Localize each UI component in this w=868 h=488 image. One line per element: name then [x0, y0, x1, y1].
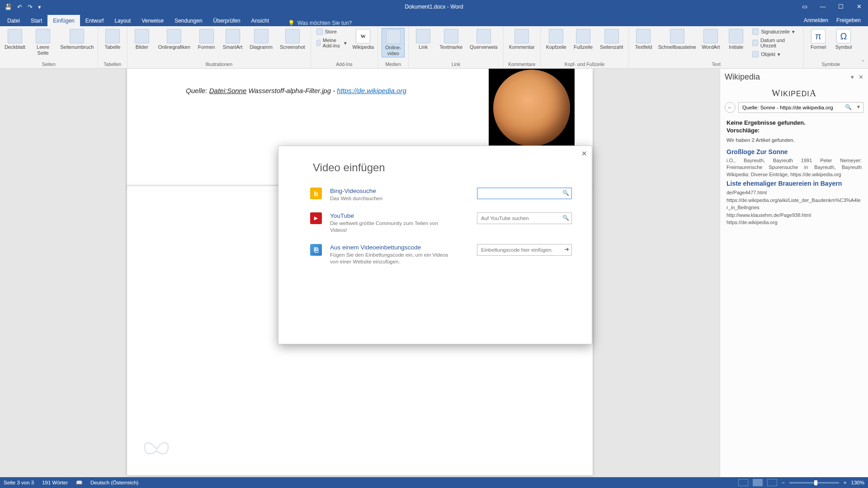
embed-icon: ⎘: [310, 244, 322, 256]
result-title[interactable]: Liste ehemaliger Brauereien in Bayern: [726, 180, 862, 187]
search-icon[interactable]: 🔍: [562, 190, 569, 196]
result-title[interactable]: Großloge Zur Sonne: [726, 148, 862, 155]
symbol-icon: Ω: [836, 29, 851, 43]
group-kopf-fusszeile: Kopfzeile Fußzeile Seitenzahl Kopf- und …: [541, 26, 629, 68]
textmarke-button[interactable]: Textmarke: [438, 28, 464, 51]
insert-video-dialog: ✕ Video einfügen b Bing-Videosuche Das W…: [278, 145, 592, 344]
embed-code-input[interactable]: [477, 244, 572, 256]
result-item[interactable]: Großloge Zur Sonne i.O., Bayreuth, Bayre…: [726, 148, 862, 178]
tab-layout[interactable]: Layout: [109, 15, 136, 26]
pane-close-icon[interactable]: ✕: [859, 74, 863, 80]
querverweis-button[interactable]: Querverweis: [468, 28, 500, 51]
result-links[interactable]: de/Page4477.html https://de.wikipedia.or…: [726, 189, 862, 226]
tab-start[interactable]: Start: [25, 15, 47, 26]
dialog-close-icon[interactable]: ✕: [581, 150, 587, 158]
deckblatt-button[interactable]: Deckblatt: [4, 28, 26, 51]
minimize-icon[interactable]: —: [814, 0, 832, 14]
bing-title[interactable]: Bing-Videosuche: [330, 188, 469, 194]
web-layout-button[interactable]: [767, 479, 777, 486]
meine-addins-button[interactable]: Meine Add-Ins ▾: [315, 37, 349, 49]
wordart-button[interactable]: WordArt: [700, 28, 722, 51]
kommentar-button[interactable]: Kommentar: [507, 28, 537, 51]
online-video-button[interactable]: Online-video: [382, 28, 405, 57]
textfeld-button[interactable]: Textfeld: [632, 28, 654, 51]
submit-arrow-icon[interactable]: ➜: [564, 246, 569, 253]
store-icon: [316, 28, 323, 35]
tab-ansicht[interactable]: Ansicht: [246, 15, 274, 26]
zoom-level[interactable]: 130%: [851, 480, 864, 485]
bing-search-input[interactable]: [477, 188, 572, 199]
youtube-search-input[interactable]: [477, 212, 572, 224]
schnellbausteine-button[interactable]: Schnellbausteine: [658, 28, 696, 51]
zoom-out-button[interactable]: −: [782, 480, 785, 485]
screenshot-button[interactable]: Screenshot: [278, 28, 307, 51]
window-controls: ▭ — ☐ ✕: [796, 0, 868, 14]
result-item[interactable]: Liste ehemaliger Brauereien in Bayern de…: [726, 180, 862, 226]
dialog-title: Video einfügen: [278, 146, 592, 184]
search-icon[interactable]: 🔍: [562, 215, 569, 221]
qat-more-icon[interactable]: ▾: [38, 4, 41, 10]
group-illustrationen: Bilder Onlinegrafiken Formen SmartArt Di…: [127, 26, 311, 68]
signature-icon: [752, 28, 759, 35]
bilder-button[interactable]: Bilder: [131, 28, 153, 51]
undo-icon[interactable]: ↶: [17, 4, 22, 10]
tabelle-button[interactable]: Tabelle: [102, 28, 123, 51]
ribbon-options-icon[interactable]: ▭: [796, 0, 814, 14]
read-mode-button[interactable]: [738, 479, 748, 486]
save-icon[interactable]: 💾: [5, 4, 12, 10]
zoom-slider[interactable]: [789, 482, 839, 483]
pane-menu-icon[interactable]: ▾: [851, 74, 854, 80]
smartart-button[interactable]: SmartArt: [221, 28, 244, 51]
link-button[interactable]: Link: [412, 28, 434, 51]
document-area[interactable]: Quelle: Datei:Sonne Wasserstoff-alpha-Fi…: [0, 69, 720, 477]
zoom-in-button[interactable]: +: [844, 480, 847, 485]
collapse-ribbon-icon[interactable]: ˄: [858, 57, 868, 68]
group-tabellen: Tabelle Tabellen: [98, 26, 127, 68]
share-button[interactable]: Freigeben: [836, 14, 861, 26]
group-label: Add-Ins: [336, 61, 352, 68]
leere-seite-button[interactable]: Leere Seite: [30, 28, 57, 56]
youtube-title[interactable]: YouTube: [330, 212, 469, 219]
word-count[interactable]: 191 Wörter: [42, 480, 68, 485]
diagramm-button[interactable]: Diagramm: [248, 28, 274, 51]
objekt-button[interactable]: Objekt ▾: [750, 51, 800, 58]
back-button[interactable]: ←: [725, 102, 736, 113]
group-label: Kommentare: [508, 61, 535, 68]
seitenumbruch-button[interactable]: Seitenumbruch: [60, 28, 94, 51]
spellcheck-icon[interactable]: 📖: [76, 479, 82, 486]
kopfzeile-button[interactable]: Kopfzeile: [544, 28, 568, 51]
signaturzeile-button[interactable]: Signaturzeile ▾: [750, 28, 800, 35]
redo-icon[interactable]: ↷: [28, 4, 33, 10]
formel-button[interactable]: πFormel: [807, 28, 829, 51]
tab-entwurf[interactable]: Entwurf: [80, 15, 109, 26]
wikipedia-task-pane: Wikipedia ▾ ✕ WIKIPEDIA ← 🔍 ▼ Keine Erge…: [720, 69, 868, 477]
onlinegrafiken-button[interactable]: Onlinegrafiken: [156, 28, 192, 51]
fusszeile-button[interactable]: Fußzeile: [572, 28, 594, 51]
formen-button[interactable]: Formen: [196, 28, 217, 51]
signin-link[interactable]: Anmelden: [804, 14, 828, 26]
tell-me-search[interactable]: 💡 Was möchten Sie tun?: [283, 20, 356, 26]
page-indicator[interactable]: Seite 3 von 3: [4, 480, 34, 485]
group-seiten: Deckblatt Leere Seite Seitenumbruch Seit…: [0, 26, 98, 68]
symbol-button[interactable]: ΩSymbol: [833, 28, 854, 51]
maximize-icon[interactable]: ☐: [832, 0, 850, 14]
chevron-down-icon[interactable]: ▼: [856, 104, 861, 109]
language-indicator[interactable]: Deutsch (Österreich): [90, 480, 138, 485]
tab-datei[interactable]: Datei: [2, 15, 25, 26]
page-break-icon: [70, 29, 84, 43]
close-icon[interactable]: ✕: [850, 0, 868, 14]
provider-embed-row: ⎘ Aus einem Videoeinbettungscode Fügen S…: [278, 240, 592, 272]
group-addins: Store Meine Add-Ins ▾ WWikipedia Add-Ins: [311, 26, 378, 68]
tab-verweise[interactable]: Verweise: [136, 15, 169, 26]
wikipedia-button[interactable]: WWikipedia: [352, 28, 374, 51]
embed-title[interactable]: Aus einem Videoeinbettungscode: [330, 244, 469, 251]
tab-ueberpruefen[interactable]: Überprüfen: [208, 15, 246, 26]
datum-uhrzeit-button[interactable]: Datum und Uhrzeit: [750, 37, 800, 49]
seitenzahl-button[interactable]: Seitenzahl: [598, 28, 625, 51]
initiale-button[interactable]: Initiale: [725, 28, 747, 51]
print-layout-button[interactable]: [753, 479, 763, 486]
tab-sendungen[interactable]: Sendungen: [169, 15, 208, 26]
search-icon[interactable]: 🔍: [845, 104, 852, 110]
store-button[interactable]: Store: [315, 28, 349, 35]
tab-einfuegen[interactable]: Einfügen: [47, 15, 80, 26]
